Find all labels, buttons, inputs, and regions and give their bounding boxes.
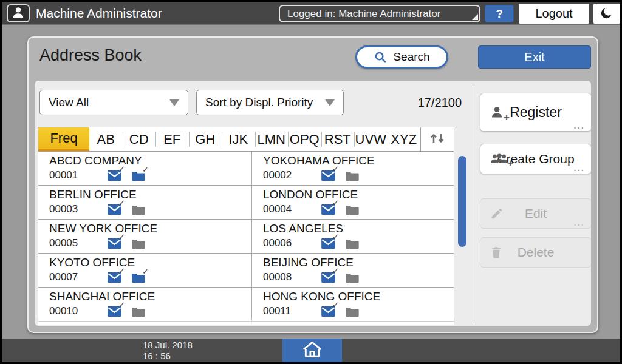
create-group-button[interactable]: + Create Group ... [480, 144, 591, 174]
home-icon [302, 340, 323, 361]
tab-xyz[interactable]: XYZ [388, 127, 421, 151]
email-icon: ✓ [321, 170, 335, 181]
login-status-selector[interactable]: Logged in: Machine Administrator [279, 5, 480, 22]
email-icon: ✓ [321, 204, 335, 215]
address-entry[interactable]: HONG KONG OFFICE 00011 ✓ ✓ [252, 288, 454, 321]
delete-label: Delete [518, 245, 555, 260]
tab-ijk[interactable]: IJK [222, 127, 255, 151]
device-screen: Machine Administrator Logged in: Machine… [0, 0, 622, 364]
scrollbar-track[interactable] [457, 152, 469, 325]
register-button[interactable]: + Register ... [480, 93, 591, 132]
trash-icon [490, 246, 502, 259]
list-row: KYOTO OFFICE 00007 ✓ ✓ BEIJING OFFICE [38, 254, 454, 288]
list-row: ABCD COMPANY 00001 ✓ ✓ YOKOHAMA OFFICE [38, 152, 454, 186]
energy-saver-button[interactable] [593, 4, 620, 24]
footer-bar: 18 Jul. 2018 16 : 56 [2, 339, 620, 362]
time-text: 16 : 56 [143, 351, 193, 362]
search-button[interactable]: Search [355, 46, 448, 69]
edit-label: Edit [525, 206, 547, 221]
tab-ef[interactable]: EF [156, 127, 189, 151]
folder-icon: ✓ [132, 171, 145, 181]
email-icon: ✓ [321, 272, 335, 283]
tab-lmn[interactable]: LMN [255, 127, 289, 151]
edit-button[interactable]: Edit ... [480, 198, 591, 229]
date-text: 18 Jul. 2018 [143, 340, 193, 351]
tab-rst[interactable]: RST [321, 127, 355, 151]
tab-ab[interactable]: AB [89, 127, 123, 151]
chevron-down-icon [169, 99, 179, 106]
register-label: Register [510, 104, 562, 121]
address-list: ABCD COMPANY 00001 ✓ ✓ YOKOHAMA OFFICE [38, 151, 454, 326]
list-row-partial: Branch 01 ... Branch 02 ... [38, 322, 454, 326]
scrollbar-thumb[interactable] [458, 156, 466, 247]
help-button[interactable]: ? [485, 5, 514, 22]
address-entry[interactable]: ABCD COMPANY 00001 ✓ ✓ [38, 152, 252, 185]
folder-icon: ✓ [132, 307, 145, 317]
chevron-down-icon [325, 99, 335, 106]
tab-opq[interactable]: OPQ [288, 127, 321, 151]
address-book-panel: Address Book Search Exit View All Sort b… [27, 36, 598, 333]
panel-content: View All Sort by Displ. Priority 17/2100… [35, 81, 591, 326]
email-icon: ✓ [321, 306, 335, 317]
user-account-button[interactable] [7, 4, 30, 22]
more-indicator: ... [573, 217, 585, 228]
folder-icon: ✓ [346, 171, 359, 181]
dropdown-corner-icon [472, 14, 478, 20]
index-tab-bar: Freq AB CD EF GH IJK LMN OPQ RST UVW XYZ [38, 127, 454, 151]
logout-button[interactable]: Logout [519, 4, 589, 24]
address-entry[interactable]: Branch 01 ... [38, 322, 252, 326]
login-status-label: Logged in: Machine Administrator [287, 8, 440, 19]
email-icon: ✓ [108, 272, 121, 283]
address-entry[interactable]: BERLIN OFFICE 00003 ✓ ✓ [38, 186, 252, 219]
list-row: SHANGHAI OFFICE 00010 ✓ ✓ HONG KONG OFFI… [38, 288, 454, 322]
address-entry[interactable]: SHANGHAI OFFICE 00010 ✓ ✓ [38, 288, 252, 321]
folder-icon: ✓ [346, 307, 359, 317]
email-icon: ✓ [108, 170, 121, 181]
delete-button[interactable]: Delete [480, 237, 591, 268]
swap-arrows-icon [429, 132, 445, 147]
user-icon [12, 6, 25, 21]
address-entry[interactable]: KYOTO OFFICE 00007 ✓ ✓ [38, 254, 252, 287]
search-label: Search [393, 50, 429, 64]
tab-gh[interactable]: GH [189, 127, 222, 151]
entry-count: 17/2100 [372, 96, 462, 110]
folder-icon: ✓ [132, 239, 145, 249]
sort-order-value: Sort by Displ. Priority [205, 96, 313, 109]
switch-title-button[interactable] [420, 127, 454, 151]
sort-order-dropdown[interactable]: Sort by Displ. Priority [196, 90, 344, 115]
list-row: NEW YORK OFFICE 00005 ✓ ✓ LOS ANGELES [38, 220, 454, 254]
address-entry[interactable]: Branch 02 ... [252, 322, 454, 326]
email-icon: ✓ [108, 238, 121, 249]
folder-icon: ✓ [346, 273, 359, 283]
more-indicator: ... [573, 120, 585, 130]
add-group-icon: + [490, 153, 508, 165]
folder-icon: ✓ [346, 239, 359, 249]
folder-icon: ✓ [132, 205, 145, 215]
home-button[interactable] [282, 339, 342, 362]
address-entry[interactable]: BEIJING OFFICE 00008 ✓ ✓ [252, 254, 454, 287]
list-row: BERLIN OFFICE 00003 ✓ ✓ LONDON OFFICE [38, 186, 454, 220]
exit-button[interactable]: Exit [478, 46, 591, 69]
view-filter-dropdown[interactable]: View All [39, 90, 188, 115]
folder-icon: ✓ [132, 273, 145, 283]
tab-cd[interactable]: CD [123, 127, 156, 151]
top-bar: Machine Administrator Logged in: Machine… [2, 2, 620, 25]
folder-icon: ✓ [346, 205, 359, 215]
email-icon: ✓ [108, 204, 121, 215]
address-entry[interactable]: YOKOHAMA OFFICE 00002 ✓ ✓ [252, 152, 454, 185]
search-icon [374, 50, 387, 64]
tab-uvw[interactable]: UVW [354, 127, 388, 151]
email-icon: ✓ [108, 306, 121, 317]
panel-title: Address Book [39, 46, 142, 65]
pencil-icon [490, 207, 504, 220]
email-icon: ✓ [321, 238, 335, 249]
address-entry[interactable]: NEW YORK OFFICE 00005 ✓ ✓ [38, 220, 252, 253]
divider [474, 87, 474, 323]
tab-freq[interactable]: Freq [38, 127, 89, 151]
address-entry[interactable]: LOS ANGELES 00006 ✓ ✓ [252, 220, 454, 253]
datetime: 18 Jul. 2018 16 : 56 [143, 340, 193, 362]
view-filter-value: View All [49, 96, 89, 109]
more-indicator: ... [573, 163, 585, 173]
add-user-icon: + [490, 105, 505, 120]
address-entry[interactable]: LONDON OFFICE 00004 ✓ ✓ [252, 186, 454, 219]
